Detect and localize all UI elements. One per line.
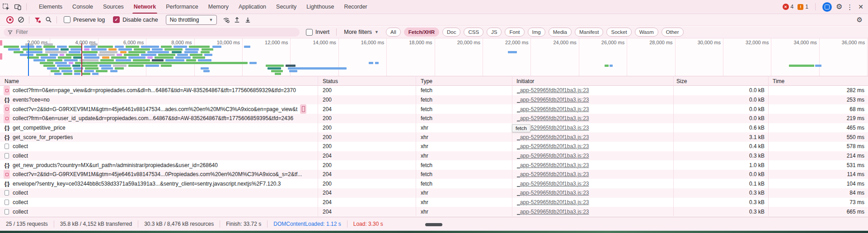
tab-sources[interactable]: Sources [98,0,129,14]
filter-chip-socket[interactable]: Socket [606,28,631,37]
filter-chip-font[interactable]: Font [505,28,524,37]
column-header-time[interactable]: Time [773,76,784,86]
tab-memory[interactable]: Memory [203,0,234,14]
inspect-icon[interactable] [0,2,12,12]
column-header-size[interactable]: Size [676,76,687,86]
tab-lighthouse[interactable]: Lighthouse [301,0,339,14]
column-separator[interactable] [673,76,674,216]
column-header-type[interactable]: Type [421,76,432,86]
clear-network-log-button[interactable] [15,15,26,25]
waterfall-bar [61,70,72,72]
tab-application[interactable]: Application [234,0,271,14]
disable-cache-checkbox[interactable]: ✓ Disable cache [113,16,158,23]
column-separator[interactable] [768,76,769,216]
initiator-link[interactable]: _app-529965fdb20f1ba3.js:23 [517,198,589,207]
error-count-badge[interactable]: ✕ 4 [783,4,794,10]
initiator-link[interactable]: _app-529965fdb20f1ba3.js:23 [517,160,589,170]
request-row[interactable]: {:}envelope/?sentry_key=ce03244bb8c538d3… [0,179,868,189]
waterfall-bar [14,51,23,53]
column-header-status[interactable]: Status [323,76,338,86]
column-header-name[interactable]: Name [5,76,19,86]
tab-performance[interactable]: Performance [161,0,203,14]
filter-toggle-icon[interactable] [32,15,43,25]
close-devtools-icon[interactable]: ✕ [858,4,863,10]
request-row[interactable]: collect204xhr_app-529965fdb20f1ba3.js:23… [0,151,868,161]
column-separator[interactable] [512,76,512,216]
column-separator[interactable] [318,76,318,216]
record-network-log-button[interactable] [5,15,15,25]
initiator-link[interactable]: _app-529965fdb20f1ba3.js:23 [517,132,589,142]
ai-assistance-icon[interactable] [822,2,832,12]
tab-security[interactable]: Security [271,0,301,14]
initiator-link[interactable]: _app-529965fdb20f1ba3.js:23 [517,207,589,216]
initiator-link[interactable]: _app-529965fdb20f1ba3.js:23 [517,188,589,198]
throttling-select[interactable]: No throttling ▼ [166,15,217,25]
initiator-link[interactable]: _app-529965fdb20f1ba3.js:23 [517,95,589,105]
filter-chip-js[interactable]: JS [487,28,502,37]
invert-checkbox[interactable]: Invert [306,29,329,36]
requests-table-header: NameStatusTypeInitiatorSizeTime [0,76,868,86]
filter-chip-img[interactable]: Img [528,28,545,37]
initiator-link[interactable]: _app-529965fdb20f1ba3.js:23 [517,179,589,189]
request-row[interactable]: collect?frm=0&en=page_view&dr=propiedade… [0,86,868,95]
initiator-link[interactable]: _app-529965fdb20f1ba3.js:23 [517,114,589,123]
request-row[interactable]: collect?frm=0&en=user_id_update&dr=propi… [0,114,868,123]
initiator-link[interactable]: _app-529965fdb20f1ba3.js:23 [517,104,589,114]
waterfall-bar [189,46,210,48]
request-row[interactable]: collect204xhr_app-529965fdb20f1ba3.js:23… [0,207,868,216]
more-filters-button[interactable]: More filters ▼ [344,29,379,35]
device-toolbar-icon[interactable] [12,2,23,12]
request-row[interactable]: {:}events?cee=no200fetch_app-529965fdb20… [0,95,868,105]
size-cell: 0.0 kB [676,104,765,114]
divider [336,28,337,36]
column-header-initiator[interactable]: Initiator [516,76,534,86]
filter-chip-wasm[interactable]: Wasm [635,28,658,37]
filter-chip-other[interactable]: Other [662,28,684,37]
request-row[interactable]: collect204xhr_app-529965fdb20f1ba3.js:23… [0,188,868,198]
request-row[interactable]: {:}get_new_products?country=MX&url_path=… [0,160,868,170]
filter-input[interactable]: Filter [4,28,300,37]
request-row[interactable]: collect204xhr_app-529965fdb20f1ba3.js:23… [0,198,868,207]
request-row[interactable]: {:}get_score_for_properties200xhr_app-52… [0,132,868,142]
request-row[interactable]: {:}get_competitive_price200xhr_app-52996… [0,123,868,133]
filter-chip-doc[interactable]: Doc [442,28,460,37]
network-overview-timeline[interactable]: 2,000 ms4,000 ms6,000 ms8,000 ms10,000 m… [0,38,868,76]
network-conditions-icon[interactable] [221,15,231,25]
timeline-tick-label: 6,000 ms [123,40,144,45]
initiator-link[interactable]: _app-529965fdb20f1ba3.js:23 [517,170,589,179]
waterfall-bar [43,65,55,67]
initiator-link[interactable]: _app-529965fdb20f1ba3.js:23 [517,151,589,161]
search-icon[interactable] [43,15,54,25]
waterfall-bar [152,59,164,61]
network-settings-gear-icon[interactable]: ⚙ [857,16,863,24]
tab-recorder[interactable]: Recorder [339,0,372,14]
request-row[interactable]: collect200xhr_app-529965fdb20f1ba3.js:23… [0,142,868,151]
settings-gear-icon[interactable]: ⚙ [836,3,842,10]
tab-elements[interactable]: Elements [34,0,67,14]
timeline-tick-label: 28,000 ms [649,40,672,45]
export-har-icon[interactable] [242,15,253,25]
initiator-link[interactable]: _app-529965fdb20f1ba3.js:23 [517,142,589,151]
horizontal-scrollbar-thumb[interactable] [425,223,442,226]
filter-chip-all[interactable]: All [386,28,401,37]
more-options-icon[interactable]: ⋮ [846,4,853,10]
waterfall-bar [72,65,80,67]
waterfall-bar [101,67,113,70]
waterfall-bar [80,59,99,61]
import-har-icon[interactable] [231,15,242,25]
tab-console[interactable]: Console [67,0,98,14]
timeline-tick-label: 30,000 ms [698,40,721,45]
column-separator[interactable] [416,76,416,216]
preserve-log-checkbox[interactable]: Preserve log [64,16,105,23]
request-row[interactable]: collect?v=2&tid=G-G9RXEV9M1M&gtm=45je646… [0,104,868,114]
initiator-link[interactable]: _app-529965fdb20f1ba3.js:23 [517,86,589,95]
filter-chip-fetch-xhr[interactable]: Fetch/XHR [404,28,439,37]
request-row[interactable]: collect?v=2&tid=G-G9RXEV9M1M&gtm=45je646… [0,170,868,179]
issues-count-badge[interactable]: ! 1 [798,4,808,10]
fetch-request-icon: {:} [4,123,10,133]
filter-chip-media[interactable]: Media [549,28,572,37]
filter-chip-css[interactable]: CSS [464,28,483,37]
waterfall-bar [69,51,80,53]
tab-network[interactable]: Network [129,0,161,14]
filter-chip-manifest[interactable]: Manifest [575,28,603,37]
